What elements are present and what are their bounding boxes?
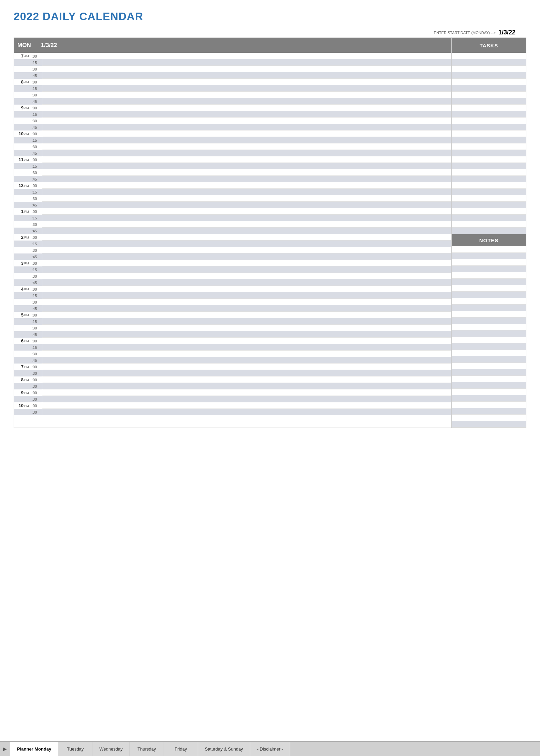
tab-item-planner-monday[interactable]: Planner Monday	[10, 742, 58, 756]
sidebar-row[interactable]	[452, 337, 526, 343]
sidebar-row[interactable]	[452, 389, 526, 395]
time-row[interactable]: 11AM:00	[14, 156, 451, 163]
event-cell[interactable]	[42, 370, 451, 376]
sidebar-row[interactable]	[452, 169, 526, 176]
sidebar-row[interactable]	[452, 376, 526, 382]
time-row[interactable]: :45	[14, 279, 451, 286]
time-row[interactable]: 7AM:00	[14, 53, 451, 59]
sidebar-row[interactable]	[452, 298, 526, 305]
event-cell[interactable]	[42, 208, 451, 215]
sidebar-row[interactable]	[452, 208, 526, 215]
time-row[interactable]: :30	[14, 169, 451, 176]
sidebar-row[interactable]	[452, 395, 526, 402]
event-cell[interactable]	[42, 286, 451, 292]
sidebar-row[interactable]	[452, 415, 526, 421]
sidebar-row[interactable]	[452, 176, 526, 182]
event-cell[interactable]	[42, 124, 451, 130]
time-row[interactable]: 4PM:00	[14, 286, 451, 292]
event-cell[interactable]	[42, 338, 451, 344]
time-row[interactable]: :30	[14, 143, 451, 150]
time-row[interactable]: 12PM:00	[14, 182, 451, 189]
event-cell[interactable]	[42, 383, 451, 389]
event-cell[interactable]	[42, 176, 451, 182]
event-cell[interactable]	[42, 305, 451, 312]
sidebar-row[interactable]	[452, 189, 526, 195]
time-row[interactable]: 6PM:00	[14, 338, 451, 344]
time-row[interactable]: 9PM:00	[14, 389, 451, 396]
event-cell[interactable]	[42, 409, 451, 415]
sidebar-row[interactable]	[452, 363, 526, 369]
time-row[interactable]: 9AM:00	[14, 105, 451, 111]
event-cell[interactable]	[42, 53, 451, 59]
sidebar-row[interactable]	[452, 285, 526, 292]
event-cell[interactable]	[42, 195, 451, 202]
event-cell[interactable]	[42, 402, 451, 409]
sidebar-row[interactable]	[452, 259, 526, 266]
event-cell[interactable]	[42, 279, 451, 286]
event-cell[interactable]	[42, 299, 451, 305]
event-cell[interactable]	[42, 118, 451, 124]
sidebar-row[interactable]	[452, 221, 526, 228]
event-cell[interactable]	[42, 344, 451, 351]
time-row[interactable]: :45	[14, 305, 451, 312]
sidebar-row[interactable]	[452, 53, 526, 59]
time-row[interactable]: :30	[14, 247, 451, 253]
event-cell[interactable]	[42, 169, 451, 176]
time-row[interactable]: 5PM:00	[14, 312, 451, 318]
event-cell[interactable]	[42, 331, 451, 338]
time-row[interactable]: :15	[14, 318, 451, 325]
time-row[interactable]: :30	[14, 66, 451, 72]
event-cell[interactable]	[42, 202, 451, 208]
time-row[interactable]: :15	[14, 215, 451, 221]
sidebar-row[interactable]	[452, 85, 526, 92]
time-row[interactable]: 8AM:00	[14, 79, 451, 85]
time-row[interactable]: :15	[14, 85, 451, 92]
event-cell[interactable]	[42, 253, 451, 260]
sidebar-row[interactable]	[452, 228, 526, 234]
event-cell[interactable]	[42, 273, 451, 279]
event-cell[interactable]	[42, 241, 451, 247]
time-row[interactable]: :30	[14, 370, 451, 376]
sidebar-row[interactable]	[452, 305, 526, 311]
sidebar-row[interactable]	[452, 130, 526, 137]
event-cell[interactable]	[42, 215, 451, 221]
time-row[interactable]: :15	[14, 292, 451, 299]
time-row[interactable]: :30	[14, 351, 451, 357]
sidebar-row[interactable]	[452, 369, 526, 376]
sidebar-row[interactable]	[452, 92, 526, 98]
event-cell[interactable]	[42, 312, 451, 318]
time-row[interactable]: :30	[14, 383, 451, 389]
event-cell[interactable]	[42, 260, 451, 266]
time-row[interactable]: :30	[14, 409, 451, 415]
time-row[interactable]: :15	[14, 241, 451, 247]
sidebar-row[interactable]	[452, 195, 526, 202]
time-row[interactable]: :15	[14, 266, 451, 273]
event-cell[interactable]	[42, 130, 451, 137]
time-row[interactable]: 2PM:00	[14, 234, 451, 241]
tab-item-friday[interactable]: Friday	[164, 742, 198, 756]
event-cell[interactable]	[42, 247, 451, 253]
event-cell[interactable]	[42, 364, 451, 370]
event-cell[interactable]	[42, 318, 451, 325]
event-cell[interactable]	[42, 189, 451, 195]
sidebar-row[interactable]	[452, 350, 526, 356]
event-cell[interactable]	[42, 376, 451, 383]
event-cell[interactable]	[42, 266, 451, 273]
sidebar-row[interactable]	[452, 66, 526, 72]
sidebar-row[interactable]	[452, 182, 526, 189]
event-cell[interactable]	[42, 105, 451, 111]
sidebar-row[interactable]	[452, 105, 526, 111]
event-cell[interactable]	[42, 137, 451, 143]
sidebar-row[interactable]	[452, 279, 526, 285]
sidebar-row[interactable]	[452, 79, 526, 85]
time-row[interactable]: 8PM:00	[14, 376, 451, 383]
time-row[interactable]: :30	[14, 195, 451, 202]
sidebar-row[interactable]	[452, 163, 526, 169]
sidebar-row[interactable]	[452, 111, 526, 118]
event-cell[interactable]	[42, 234, 451, 241]
time-row[interactable]: 10AM:00	[14, 130, 451, 137]
tab-item-wednesday[interactable]: Wednesday	[92, 742, 130, 756]
time-row[interactable]: :30	[14, 299, 451, 305]
sidebar-row[interactable]	[452, 137, 526, 143]
time-row[interactable]: :15	[14, 189, 451, 195]
